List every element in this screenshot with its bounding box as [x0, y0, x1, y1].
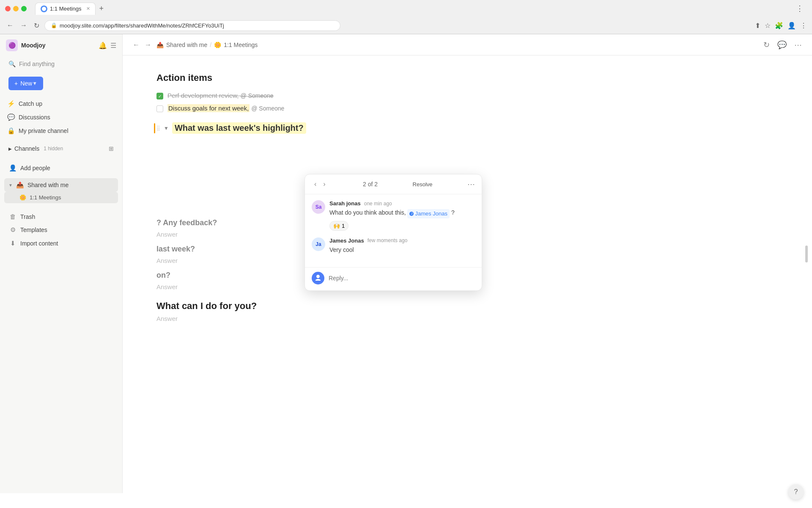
breadcrumb-doc-emoji-icon: 🌼 [214, 41, 221, 48]
collapse-icon[interactable]: ▼ [164, 125, 169, 131]
breadcrumb-shared[interactable]: 📤 Shared with me [156, 41, 207, 48]
shared-with-me-label: Shared with me [27, 182, 69, 188]
collapse-sidebar-btn[interactable]: ☰ [110, 41, 116, 50]
search-bar[interactable]: 🔍 Find anything [4, 58, 118, 70]
comment-prev-btn[interactable]: ‹ [312, 179, 319, 189]
todo-item-1: ✓ Perf development review, @ Someone [156, 90, 778, 101]
tab-close-btn[interactable]: ✕ [86, 6, 90, 11]
sidebar-item-discussions[interactable]: 💬 Discussions [3, 110, 120, 124]
todo2-mention: @ Someone [251, 105, 284, 112]
comment1-author: Sarah jonas [329, 200, 361, 207]
minimize-window-btn[interactable] [13, 6, 19, 11]
url-text: moodjoy.slite.com/app/filters/sharedWith… [60, 22, 224, 29]
channels-add-icon[interactable]: ⊞ [109, 145, 114, 152]
emoji-reaction[interactable]: 🙌 1 [329, 221, 348, 231]
comment2-text: Very cool [329, 246, 475, 254]
new-btn-arrow-icon: ▼ [32, 80, 37, 86]
todo-text-1: Perf development review, @ Someone [167, 92, 778, 99]
sidebar-item-catchup[interactable]: ⚡ Catch up [3, 97, 120, 110]
action-items-section: Action items ✓ Perf development review, … [156, 72, 778, 114]
more-options-btn[interactable]: ⋯ [793, 39, 804, 51]
shared-chevron-icon: ▼ [8, 183, 13, 188]
help-btn[interactable]: ? [788, 484, 804, 500]
url-bar[interactable]: 🔒 moodjoy.slite.com/app/filters/sharedWi… [44, 20, 340, 31]
reload-btn[interactable]: ↻ [32, 21, 41, 30]
comment-more-btn[interactable]: ⋯ [467, 179, 475, 189]
sidebar-item-private-channel[interactable]: 🔒 My private channel [3, 124, 120, 138]
add-people-section: 👤 Add people [0, 158, 122, 177]
comment-popup-header: ‹ › 2 of 2 Resolve ⋯ [305, 174, 482, 194]
toolbar-back-btn[interactable]: ← [131, 39, 141, 50]
sidebar: 🟣 Moodjoy 🔔 ☰ 🔍 Find anything + New ▼ ⚡ [0, 34, 123, 493]
sidebar-bottom-section: 🗑 Trash ⚙ Templates ⬇ Import content [0, 208, 122, 252]
resolve-btn[interactable]: Resolve [413, 181, 433, 188]
workspace-avatar: 🟣 [6, 39, 18, 51]
todo-item-2: Discuss goals for next week, @ Someone [156, 103, 778, 114]
comment-counter: 2 of 2 [363, 181, 378, 188]
notifications-btn[interactable]: 🔔 [99, 41, 107, 50]
title-bar: 1:1 Meetings ✕ + ⋮ [0, 0, 812, 17]
browser-menu-btn[interactable]: ⋮ [793, 4, 807, 13]
new-tab-btn[interactable]: + [99, 4, 104, 13]
sync-btn[interactable]: ↻ [762, 39, 771, 51]
trash-label: Trash [20, 213, 35, 220]
add-people-btn[interactable]: 👤 Add people [4, 161, 118, 175]
drag-handle-icon[interactable]: ⣿ [156, 125, 160, 131]
channels-section: ▶ Channels 1 hidden ⊞ [0, 139, 122, 158]
breadcrumb-shared-label: Shared with me [166, 41, 207, 48]
sidebar-item-meetings[interactable]: 🌼 1:1 Meetings [4, 192, 118, 203]
breadcrumb-separator: / [210, 41, 211, 48]
new-button[interactable]: + New ▼ [8, 77, 43, 90]
comment-reply-area [305, 267, 482, 290]
trash-icon: 🗑 [8, 213, 17, 220]
breadcrumb-doc[interactable]: 🌼 1:1 Meetings [214, 41, 258, 48]
close-window-btn[interactable] [5, 6, 11, 11]
breadcrumb: 📤 Shared with me / 🌼 1:1 Meetings [156, 41, 758, 48]
profile-icon[interactable]: 👤 [787, 22, 796, 30]
maximize-window-btn[interactable] [21, 6, 27, 11]
what-can-answer[interactable]: Answer [156, 315, 778, 322]
comments-btn[interactable]: 💬 [776, 39, 788, 51]
comment1-avatar: Sa [312, 200, 325, 214]
back-btn[interactable]: ← [5, 21, 15, 30]
share-icon[interactable]: ⬆ [755, 22, 760, 30]
bookmark-icon[interactable]: ☆ [765, 22, 771, 30]
shared-icon: 📤 [16, 181, 24, 189]
mention-dot-icon: J [409, 212, 414, 216]
comment1-time: one min ago [364, 201, 392, 207]
reply-user-avatar [312, 272, 324, 284]
comment-indicator [154, 123, 155, 133]
new-btn-label: New [20, 80, 32, 87]
sidebar-header-icons: 🔔 ☰ [99, 41, 116, 50]
reply-input[interactable] [329, 275, 475, 282]
comment1-content: Sarah jonas one min ago What do you thin… [329, 200, 475, 231]
comment2-time: few moments ago [368, 237, 408, 243]
private-channel-label: My private channel [19, 127, 69, 134]
lock-icon: 🔒 [51, 22, 57, 28]
comment-next-btn[interactable]: › [321, 179, 328, 189]
section-title: Action items [156, 72, 778, 83]
active-tab[interactable]: 1:1 Meetings ✕ [35, 3, 96, 15]
todo-checkbox-1[interactable]: ✓ [156, 93, 163, 99]
toolbar-forward-btn[interactable]: → [143, 39, 153, 50]
tab-favicon [41, 6, 47, 12]
forward-btn[interactable]: → [19, 21, 29, 30]
scroll-indicator [805, 246, 808, 262]
sidebar-item-templates[interactable]: ⚙ Templates [4, 223, 118, 237]
sidebar-item-trash[interactable]: 🗑 Trash [4, 210, 118, 223]
browser-more-btn[interactable]: ⋮ [800, 22, 807, 30]
todo-checkbox-2[interactable] [156, 105, 163, 112]
meetings-emoji-icon: 🌼 [19, 194, 26, 201]
sidebar-item-import[interactable]: ⬇ Import content [4, 237, 118, 250]
svg-point-0 [42, 7, 46, 11]
templates-label: Templates [20, 226, 47, 233]
comment-body: Sa Sarah jonas one min ago What do you t… [305, 194, 482, 267]
toolbar-nav: ← → [131, 39, 153, 50]
channels-chevron-icon: ▶ [8, 146, 12, 151]
catchup-icon: ⚡ [7, 100, 15, 108]
channels-header[interactable]: ▶ Channels 1 hidden ⊞ [4, 143, 118, 155]
comment2-header: James Jonas few moments ago [329, 237, 475, 244]
sidebar-item-shared-with-me[interactable]: ▼ 📤 Shared with me [4, 178, 118, 192]
extensions-icon[interactable]: 🧩 [775, 22, 783, 30]
add-person-icon: 👤 [8, 164, 17, 172]
